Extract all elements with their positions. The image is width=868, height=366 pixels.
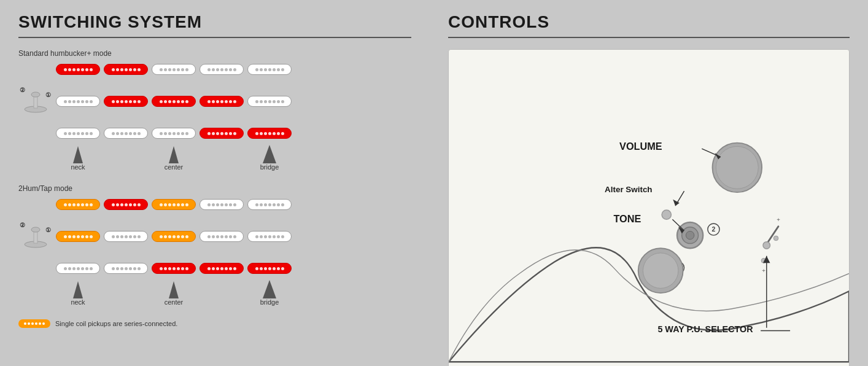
neck-label-group-2: neck — [56, 281, 100, 306]
svg-text:TONE: TONE — [613, 213, 641, 224]
mode2-section: 2Hum/Tap mode — [18, 184, 411, 306]
switch-label-2: ② — [20, 87, 25, 93]
bridge-label-group: bridge — [247, 145, 292, 171]
center-pickup-icon — [169, 146, 179, 163]
legend-pill — [18, 319, 50, 328]
pickup-cell — [104, 64, 148, 75]
bridge-label: bridge — [260, 163, 279, 171]
svg-marker-11 — [263, 280, 276, 298]
legend: Single coil pickups are series-connected… — [18, 319, 411, 328]
svg-point-12 — [716, 146, 758, 189]
pickup-cell — [152, 64, 196, 75]
pickup-cell — [247, 231, 292, 242]
switch-label-1: ① — [45, 91, 51, 98]
pickup-cell — [104, 231, 148, 242]
svg-marker-9 — [73, 281, 83, 298]
pickup-cell — [200, 231, 244, 242]
svg-point-19 — [643, 253, 678, 289]
controls-panel: CONTROLS 2 1 — [430, 0, 868, 366]
pickup-cell — [247, 263, 292, 274]
pickup-cell — [152, 231, 196, 242]
pickup-cell — [56, 96, 100, 107]
pickup-cell — [247, 199, 292, 210]
center-label-2: center — [165, 298, 184, 306]
svg-point-14 — [686, 231, 694, 239]
controls-divider — [448, 37, 850, 38]
center-label-group: center — [152, 146, 196, 171]
pickup-cell — [56, 231, 100, 242]
pickup-cell — [200, 64, 244, 75]
switch-icon-2: ② ① — [18, 212, 52, 261]
pickup-cell — [247, 96, 292, 107]
pickup-cell — [104, 128, 148, 139]
pickup-cell — [56, 263, 100, 274]
svg-text:+: + — [777, 216, 780, 223]
pickup-cell — [200, 96, 244, 107]
svg-point-21 — [763, 242, 770, 249]
title-divider — [18, 37, 411, 38]
controls-svg: 2 1 + + — [449, 50, 849, 366]
pickup-cell — [104, 263, 148, 274]
mode1-section: Standard humbucker+ mode — [18, 49, 411, 171]
bridge-label-2: bridge — [260, 298, 279, 306]
pickup-cell — [200, 199, 244, 210]
controls-title: CONTROLS — [448, 12, 850, 32]
switch2-label-1: ① — [45, 227, 51, 233]
pickup-cell — [200, 128, 244, 139]
pickup-cell — [247, 64, 292, 75]
svg-point-8 — [31, 227, 40, 232]
pickup-cell — [56, 64, 100, 75]
svg-marker-4 — [169, 146, 179, 163]
neck-pickup-icon — [72, 146, 84, 163]
pickup-cell — [56, 128, 100, 139]
mode1-label: Standard humbucker+ mode — [18, 49, 411, 58]
bridge-label-group-2: bridge — [247, 280, 292, 306]
pickup-cell — [152, 199, 196, 210]
svg-marker-10 — [169, 281, 179, 298]
controls-diagram: 2 1 + + — [448, 49, 850, 366]
switching-system-title: SWITCHING SYSTEM — [18, 12, 411, 32]
mode2-label: 2Hum/Tap mode — [18, 184, 411, 193]
pickup-cell — [104, 199, 148, 210]
pickup-cell — [200, 263, 244, 274]
center-pickup-icon-2 — [169, 281, 179, 298]
pickup-cell — [152, 263, 196, 274]
switch2-label-2: ② — [20, 222, 25, 228]
pickup-cell — [247, 128, 292, 139]
svg-text:+: + — [762, 267, 765, 274]
pickup-cell — [104, 96, 148, 107]
svg-text:VOLUME: VOLUME — [619, 141, 662, 152]
svg-text:2: 2 — [712, 225, 716, 233]
svg-text:5 WAY P.U. SELECTOR: 5 WAY P.U. SELECTOR — [657, 324, 753, 334]
pickup-cell — [152, 96, 196, 107]
svg-point-2 — [31, 92, 40, 97]
pickup-cell — [152, 128, 196, 139]
neck-label: neck — [71, 163, 85, 171]
svg-point-22 — [773, 236, 778, 241]
svg-marker-3 — [73, 146, 83, 163]
svg-text:Alter Switch: Alter Switch — [605, 185, 652, 194]
switching-system-panel: SWITCHING SYSTEM Standard humbucker+ mod… — [0, 0, 430, 366]
pickup-cell — [56, 199, 100, 210]
alter-switch-knob — [662, 210, 671, 219]
neck-label-group: neck — [56, 146, 100, 171]
svg-marker-5 — [263, 145, 276, 163]
center-label-group-2: center — [152, 281, 196, 306]
bridge-pickup-icon-2 — [263, 280, 276, 298]
neck-pickup-icon-2 — [72, 281, 84, 298]
bridge-pickup-icon — [263, 145, 276, 163]
svg-line-20 — [767, 227, 778, 244]
legend-text: Single coil pickups are series-connected… — [55, 320, 177, 327]
switch-icon-1: ② ① — [18, 77, 52, 126]
neck-label-2: neck — [71, 298, 85, 306]
center-label: center — [165, 163, 184, 171]
